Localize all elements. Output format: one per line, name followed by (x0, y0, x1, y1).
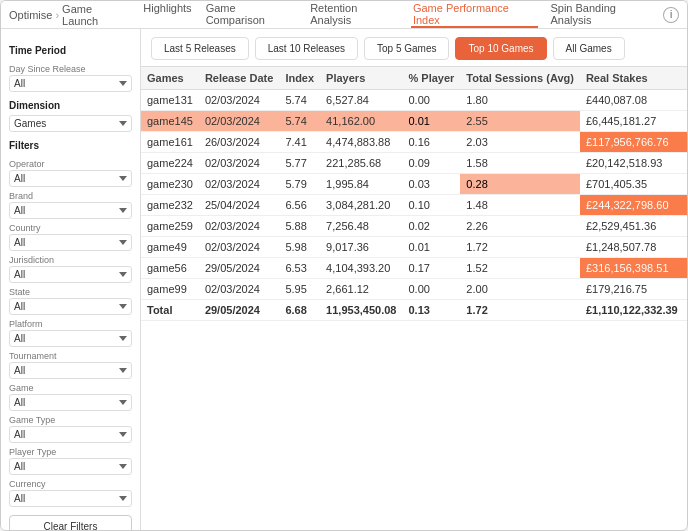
table-total-cell: 1.72 (460, 300, 580, 321)
table-cell: 2.26 (460, 216, 580, 237)
filter-brand-select[interactable]: All (9, 202, 132, 219)
table-total-row: Total29/05/20246.6811,953,450.080.131.72… (141, 300, 687, 321)
filter-jurisdiction-select[interactable]: All (9, 266, 132, 283)
table-row: game25902/03/20245.887,256.480.022.26£2,… (141, 216, 687, 237)
table-cell: £20,142,518.93 (580, 153, 684, 174)
table-cell: 0.01 (402, 237, 460, 258)
table-cell: game232 (141, 195, 199, 216)
table-cell: £1,248,507.78 (580, 237, 684, 258)
nav-tabs: Highlights Game Comparison Retention Ana… (141, 2, 659, 28)
filter-jurisdiction-label: Jurisdiction (9, 255, 132, 265)
table-cell: 0.17 (402, 258, 460, 279)
table-cell: £6,445,181.27 (580, 111, 684, 132)
col-players: Players (320, 67, 402, 90)
table-cell: 6.53 (279, 258, 320, 279)
day-since-release-label: Day Since Release (9, 64, 132, 74)
filter-game-select[interactable]: All (9, 394, 132, 411)
tab-top-5-games[interactable]: Top 5 Games (364, 37, 449, 60)
table-cell: 02/03/2024 (199, 174, 280, 195)
filter-player-type-label: Player Type (9, 447, 132, 457)
table-cell: 0.16 (402, 132, 460, 153)
table-cell: 5.74 (279, 111, 320, 132)
table-cell: 02/03/2024 (199, 237, 280, 258)
tab-game-comparison[interactable]: Game Comparison (204, 2, 299, 28)
table-total-cell: 29/05/2024 (199, 300, 280, 321)
table-cell: 3,084,281.20 (320, 195, 402, 216)
filter-tournament-select[interactable]: All (9, 362, 132, 379)
col-index: Index (279, 67, 320, 90)
table-cell: 0.06% (684, 174, 687, 195)
table-row: game23225/04/20246.563,084,281.200.101.4… (141, 195, 687, 216)
table-row: game14502/03/20245.7441,162.000.012.55£6… (141, 111, 687, 132)
tab-all-games[interactable]: All Games (553, 37, 625, 60)
table-cell: 0.11% (684, 237, 687, 258)
tab-highlights[interactable]: Highlights (141, 2, 193, 28)
breadcrumb-game-launch[interactable]: Game Launch (62, 3, 129, 27)
table-cell: £440,087.08 (580, 90, 684, 111)
release-tabs: Last 5 Releases Last 10 Releases Top 5 G… (141, 29, 687, 67)
clear-filters-button[interactable]: Clear Filters (9, 515, 132, 530)
filter-currency-select[interactable]: All (9, 490, 132, 507)
filter-state-select[interactable]: All (9, 298, 132, 315)
table-cell: game161 (141, 132, 199, 153)
filter-player-type-select[interactable]: All (9, 458, 132, 475)
filter-country-select[interactable]: All (9, 234, 132, 251)
table-cell: 1,995.84 (320, 174, 402, 195)
info-icon[interactable]: i (663, 7, 679, 23)
tab-game-performance-index[interactable]: Game Performance Index (411, 2, 539, 28)
filter-platform-select[interactable]: All (9, 330, 132, 347)
table-cell: 0.28 (460, 174, 580, 195)
table-cell: 2,661.12 (320, 279, 402, 300)
time-period-label: Time Period (9, 45, 132, 56)
sidebar: Time Period Day Since Release All Dimens… (1, 29, 141, 530)
table-cell: game259 (141, 216, 199, 237)
filter-game-type-select[interactable]: All (9, 426, 132, 443)
table-row: game22402/03/20245.77221,285.680.091.58£… (141, 153, 687, 174)
main-content: Time Period Day Since Release All Dimens… (1, 29, 687, 530)
table-cell: game131 (141, 90, 199, 111)
data-table-area: Games Release Date Index Players % Playe… (141, 67, 687, 530)
filter-currency-label: Currency (9, 479, 132, 489)
table-cell: game56 (141, 258, 199, 279)
dimension-select[interactable]: Games (9, 115, 132, 132)
table-cell: 02/03/2024 (199, 90, 280, 111)
tab-spin-banding-analysis[interactable]: Spin Banding Analysis (548, 2, 659, 28)
table-cell: 1.52 (460, 258, 580, 279)
table-cell: 5.95 (279, 279, 320, 300)
breadcrumb: Optimise › Game Launch (9, 3, 129, 27)
filter-operator-select[interactable]: All (9, 170, 132, 187)
filter-brand-label: Brand (9, 191, 132, 201)
table-cell: 1.48 (460, 195, 580, 216)
breadcrumb-optimise[interactable]: Optimise (9, 9, 52, 21)
filter-country-label: Country (9, 223, 132, 233)
table-cell: 2.55 (460, 111, 580, 132)
table-cell: 0.02 (402, 216, 460, 237)
table-cell: 02/03/2024 (199, 279, 280, 300)
col-real-stakes: Real Stakes (580, 67, 684, 90)
table-cell: 0.02% (684, 279, 687, 300)
table-cell: 6.56 (279, 195, 320, 216)
table-cell: 0.00 (402, 90, 460, 111)
tab-retention-analysis[interactable]: Retention Analysis (308, 2, 401, 28)
table-cell: 1.72 (460, 237, 580, 258)
table-cell: 2.00 (460, 279, 580, 300)
table-cell: 1.81% (684, 153, 687, 174)
table-total-cell: £1,110,122,332.39 (580, 300, 684, 321)
table-row: game4902/03/20245.989,017.360.011.72£1,2… (141, 237, 687, 258)
table-cell: 22.01% (684, 195, 687, 216)
table-cell: 9,017.36 (320, 237, 402, 258)
table-cell: 7,256.48 (320, 216, 402, 237)
table-cell: £701,405.35 (580, 174, 684, 195)
table-row: game16126/03/20247.414,474,883.880.162.0… (141, 132, 687, 153)
tab-last-10-releases[interactable]: Last 10 Releases (255, 37, 358, 60)
time-period-select[interactable]: All (9, 75, 132, 92)
table-cell: game145 (141, 111, 199, 132)
top-nav: Optimise › Game Launch Highlights Game C… (1, 1, 687, 29)
table-cell: 0.23% (684, 216, 687, 237)
tab-top-10-games[interactable]: Top 10 Games (455, 37, 546, 60)
table-cell: 221,285.68 (320, 153, 402, 174)
table-cell: 5.98 (279, 237, 320, 258)
tab-last-5-releases[interactable]: Last 5 Releases (151, 37, 249, 60)
table-cell: 41,162.00 (320, 111, 402, 132)
col-share-of-turnover: Share of Turnover % (684, 67, 687, 90)
